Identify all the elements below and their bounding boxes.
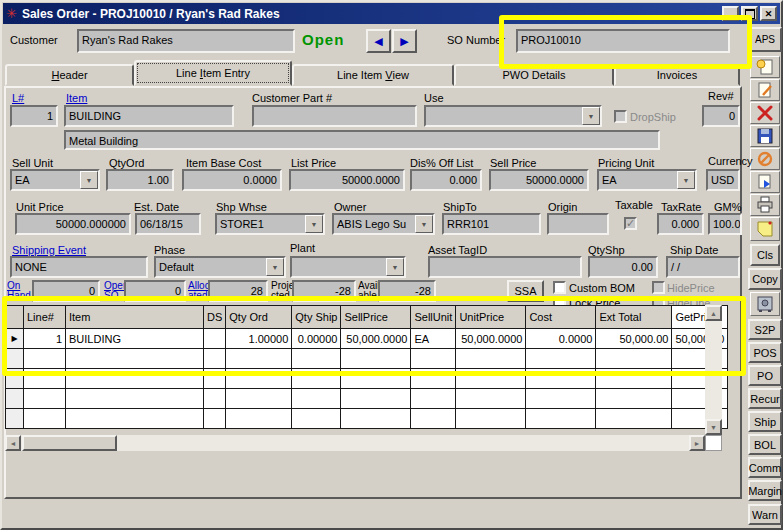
prev-record-button[interactable]: ◀	[366, 29, 391, 53]
on-hand-field[interactable]: 0	[32, 280, 100, 302]
col-qty-ord[interactable]: Qty Ord	[226, 306, 292, 329]
shipping-event-link[interactable]: Shipping Event	[12, 244, 86, 256]
col-qty-ship[interactable]: Qty Ship	[292, 306, 341, 329]
maximize-button[interactable]	[741, 6, 758, 21]
cancel-button[interactable]	[750, 148, 780, 170]
col-unit-price[interactable]: UnitPrice	[456, 306, 526, 329]
shipping-event-field[interactable]: NONE	[10, 256, 148, 278]
ssa-button[interactable]: SSA	[507, 280, 544, 302]
tab-line-item-entry[interactable]: Line Item Entry	[134, 60, 292, 86]
line-number-field[interactable]: 1	[10, 105, 58, 127]
cell-line[interactable]: 1	[24, 329, 66, 349]
minimize-button[interactable]	[722, 6, 739, 21]
comm-button[interactable]: Comm	[748, 457, 782, 478]
delete-button[interactable]	[750, 102, 780, 124]
horizontal-scroll-thumb[interactable]	[22, 435, 117, 451]
tab-header[interactable]: Header	[5, 64, 134, 86]
print-button[interactable]	[750, 194, 780, 216]
col-sell-unit[interactable]: SellUnit	[411, 306, 456, 329]
grid-horizontal-scrollbar[interactable]: ◄ ►	[5, 435, 705, 451]
item-field[interactable]: BUILDING	[64, 105, 234, 127]
new-note-button[interactable]	[750, 56, 780, 78]
cls-button[interactable]: Cls	[750, 244, 780, 266]
open-so-field[interactable]: 0	[124, 280, 186, 302]
dropship-checkbox[interactable]	[614, 110, 627, 123]
bol-button[interactable]: BOL	[748, 434, 782, 455]
customer-part-field[interactable]	[252, 105, 417, 127]
so-number-field[interactable]: PROJ10010	[516, 29, 730, 53]
asset-tag-field[interactable]	[428, 256, 582, 278]
edit-button[interactable]	[750, 79, 780, 101]
hide-price-checkbox[interactable]	[652, 281, 665, 294]
warn-button[interactable]: Warn	[748, 504, 782, 525]
tab-line-item-view[interactable]: Line Item View	[292, 64, 454, 86]
cell-qty-ord[interactable]: 1.00000	[226, 329, 292, 349]
allocated-field[interactable]: 28	[208, 280, 268, 302]
close-button[interactable]: ✕	[760, 6, 777, 21]
grid-data-row[interactable]: ▶ 1 BUILDING 1.00000 0.00000 50,000.0000…	[6, 329, 728, 349]
tax-rate-field[interactable]: 0.000	[657, 213, 704, 235]
scroll-left-icon[interactable]: ◄	[5, 435, 21, 451]
margin-button[interactable]: Margin	[748, 480, 782, 501]
line-number-link[interactable]: L#	[12, 92, 24, 104]
taxable-checkbox[interactable]: ✓	[624, 217, 637, 230]
qty-ord-field[interactable]: 1.00	[106, 169, 174, 191]
cell-cost[interactable]: 0.0000	[526, 329, 596, 349]
tab-invoices[interactable]: Invoices	[614, 64, 740, 86]
discount-field[interactable]: 0.000	[410, 169, 482, 191]
sell-price-field[interactable]: 50000.0000	[489, 169, 589, 191]
export-button[interactable]	[750, 171, 780, 193]
available-field[interactable]: -28	[378, 280, 436, 302]
ship-date-field[interactable]: / /	[666, 256, 740, 278]
safe-button[interactable]	[750, 292, 780, 316]
cell-sell-unit[interactable]: EA	[411, 329, 456, 349]
copy-button[interactable]: Copy	[748, 268, 782, 290]
col-cost[interactable]: Cost	[526, 306, 596, 329]
origin-field[interactable]	[547, 213, 609, 235]
base-cost-field[interactable]: 0.0000	[182, 169, 282, 191]
owner-combo[interactable]: ABIS Lego Su▼	[332, 213, 435, 235]
use-combo[interactable]: ▼	[424, 105, 602, 127]
col-ext-total[interactable]: Ext Total	[596, 306, 672, 329]
grid-vertical-scrollbar[interactable]: ▲ ▼	[705, 305, 722, 435]
list-price-field[interactable]: 50000.0000	[289, 169, 405, 191]
customer-field[interactable]: Ryan's Rad Rakes	[77, 29, 295, 53]
plant-combo[interactable]: ▼	[290, 256, 406, 278]
note-button[interactable]	[750, 217, 780, 241]
s2p-button[interactable]: S2P	[748, 319, 782, 340]
col-line[interactable]: Line#	[24, 306, 66, 329]
recur-button[interactable]: Recur	[748, 388, 782, 409]
rev-field[interactable]: 0	[702, 105, 740, 127]
sell-unit-combo[interactable]: EA▼	[10, 169, 100, 191]
item-description-field[interactable]: Metal Building	[64, 130, 660, 150]
cell-item[interactable]: BUILDING	[66, 329, 204, 349]
shp-whse-combo[interactable]: STORE1▼	[215, 213, 325, 235]
ship-button[interactable]: Ship	[748, 411, 782, 432]
cell-sell-price[interactable]: 50,000.0000	[341, 329, 411, 349]
allocated-link[interactable]: Allocated	[188, 281, 210, 301]
title-bar[interactable]: ✳ Sales Order - PROJ10010 / Ryan's Rad R…	[3, 3, 780, 24]
scroll-up-icon[interactable]: ▲	[705, 305, 722, 321]
cell-qty-ship[interactable]: 0.00000	[292, 329, 341, 349]
currency-field[interactable]: USD	[706, 169, 740, 191]
col-sell-price[interactable]: SellPrice	[341, 306, 411, 329]
tab-pwo-details[interactable]: PWO Details	[454, 64, 614, 86]
phase-combo[interactable]: Default▼	[154, 256, 286, 278]
on-hand-link[interactable]: OnHand	[7, 281, 31, 301]
scroll-down-icon[interactable]: ▼	[705, 419, 722, 435]
current-row-marker[interactable]: ▶	[6, 329, 24, 349]
unit-price-field[interactable]: 50000.000000	[15, 213, 131, 235]
cell-ds[interactable]	[204, 329, 226, 349]
save-button[interactable]	[750, 125, 780, 147]
cell-unit-price[interactable]: 50,000.0000	[456, 329, 526, 349]
qty-shp-field[interactable]: 0.00	[588, 256, 658, 278]
projected-field[interactable]: -28	[292, 280, 356, 302]
pos-button[interactable]: POS	[748, 342, 782, 363]
next-record-button[interactable]: ▶	[392, 29, 417, 53]
custom-bom-checkbox[interactable]	[553, 281, 566, 294]
ship-to-field[interactable]: RRR101	[442, 213, 541, 235]
item-link[interactable]: Item	[66, 92, 87, 104]
aps-button[interactable]: APS	[748, 27, 782, 52]
cell-ext-total[interactable]: 50,000.00	[596, 329, 672, 349]
po-button[interactable]: PO	[748, 365, 782, 386]
